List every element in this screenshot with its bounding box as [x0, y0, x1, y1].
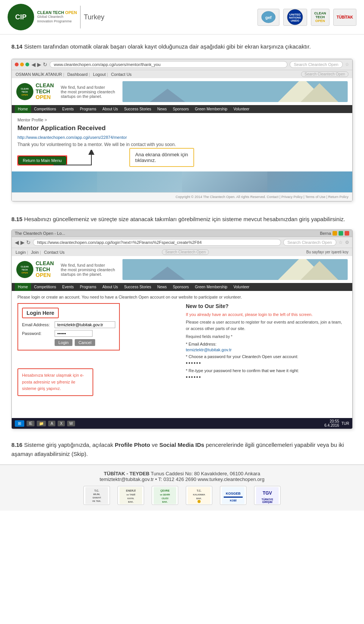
- section-815: 8.15 Hesabınızı güncellemeniz ve süreçte…: [0, 209, 364, 228]
- site-content-1: Mentor Profile > Mentor Application Rece…: [12, 113, 352, 171]
- browser-taskbar-icon[interactable]: IE: [27, 421, 35, 426]
- login-here-title: Login Here: [22, 308, 59, 318]
- site-topbar-links-1: OSMAN MALİK ATANUR Dashboard Logout Cont…: [16, 72, 132, 77]
- site-footer-1: Copyright © 2014 The Cleantech Open. All…: [12, 192, 352, 201]
- reload-icon-2[interactable]: ↻: [26, 239, 31, 245]
- bookmark-icon-1: ☆: [345, 62, 349, 67]
- topbar-logout[interactable]: Logout: [93, 72, 108, 77]
- svg-text:KOSGEB: KOSGEB: [226, 492, 241, 495]
- minimize-btn-2[interactable]: [333, 231, 337, 236]
- browser-url-1[interactable]: www.cleantechopen.com/app.cgi/users/ment…: [50, 61, 287, 68]
- new-site-warning: If you already have an account, please l…: [186, 312, 347, 317]
- svg-text:BAK.: BAK.: [196, 497, 202, 500]
- nav-programs-2[interactable]: Programs: [77, 283, 99, 291]
- svg-text:CİLİĞİ: CİLİĞİ: [162, 497, 168, 500]
- section-816-bold1: Profile Photo: [115, 442, 150, 448]
- bookmark-btn-2[interactable]: Bu sayfayı yer işareti koy: [306, 250, 348, 254]
- section-816-number: 8.16: [11, 442, 22, 448]
- nav-success-2[interactable]: Success Stories: [121, 283, 154, 291]
- topbar-contact[interactable]: Contact Us: [111, 72, 132, 77]
- section-814-text: Sistem tarafından otomatik olarak başarı…: [24, 43, 311, 50]
- nav-green-1[interactable]: Green Membership: [192, 105, 231, 113]
- nav-events-1[interactable]: Events: [59, 105, 77, 113]
- nav-green-2[interactable]: Green Membership: [192, 283, 231, 291]
- maximize-btn-2[interactable]: [339, 231, 343, 236]
- nav-about-1[interactable]: About Us: [99, 105, 121, 113]
- nav-programs-1[interactable]: Programs: [77, 105, 99, 113]
- cancel-button[interactable]: Cancel: [75, 339, 95, 346]
- nav-events-2[interactable]: Events: [59, 283, 77, 291]
- site-header-1: CLEAN TECH OPEN CLEAN TECH OPEN We find,…: [12, 78, 352, 105]
- close-btn-2[interactable]: [345, 231, 349, 236]
- login-left-panel: Login Here Email Address: Password: Logi…: [17, 303, 178, 380]
- svg-text:ve ŞEHİR: ve ŞEHİR: [160, 494, 170, 496]
- nav-competitions-2[interactable]: Competitions: [31, 283, 59, 291]
- back-icon-2[interactable]: ◀: [15, 239, 19, 245]
- nav-home-1[interactable]: Home: [15, 105, 31, 113]
- return-btn-area: Return to Main Menu Ana ekrana dönmek iç…: [17, 152, 194, 167]
- tubitak-contact: TÜBİTAK - TEYDEB Tunus Caddesi No: 80 Ka…: [8, 471, 356, 482]
- back-icon[interactable]: ◀: [31, 61, 36, 68]
- partner-logos: gef UNITED NATIONS UNIDO CLEAN TECH OPEN…: [257, 9, 356, 26]
- page-title-1: Mentor Application Received: [17, 124, 347, 132]
- close-btn-1[interactable]: [15, 63, 19, 66]
- forward-icon[interactable]: ▶: [37, 61, 41, 68]
- nav-success-1[interactable]: Success Stories: [121, 105, 154, 113]
- nav-sponsors-2[interactable]: Sponsors: [170, 283, 192, 291]
- annotation-arrow-1: [53, 150, 114, 173]
- nav-volunteer-1[interactable]: Volunteer: [231, 105, 253, 113]
- tubitak-sep: •: [155, 476, 158, 482]
- svg-text:gef: gef: [265, 15, 272, 20]
- minimize-btn-1[interactable]: [20, 63, 24, 66]
- taskbar-2: ⊞ IE 📁 A X W 20:55 6.4.2016 TUR: [12, 418, 352, 429]
- nav-competitions-1[interactable]: Competitions: [31, 105, 59, 113]
- browser-url-2[interactable]: https://www.cleantechopen.com/app.cgi/lo…: [33, 239, 281, 246]
- browser-search-2[interactable]: Search Cleantech Open: [283, 239, 336, 246]
- gef-logo: gef: [257, 9, 279, 26]
- password-label: Password:: [22, 331, 52, 336]
- explorer-taskbar-icon[interactable]: 📁: [37, 421, 46, 426]
- topbar-join-2[interactable]: Join: [31, 250, 41, 255]
- site-navbar-1: Home Competitions Events Programs About …: [12, 105, 352, 113]
- excel-taskbar-icon[interactable]: X: [58, 421, 65, 426]
- password-input[interactable]: [55, 330, 93, 337]
- word-taskbar-icon[interactable]: W: [67, 421, 75, 426]
- new-site-text: Please create a user account to register…: [186, 319, 347, 332]
- tech-label: TECH: [53, 10, 64, 15]
- taskbar-time: 20:55 6.4.2016: [325, 419, 339, 428]
- nav-about-2[interactable]: About Us: [99, 283, 121, 291]
- nav-news-1[interactable]: News: [154, 105, 170, 113]
- topbar-user: OSMAN MALİK ATANUR: [16, 72, 64, 77]
- email-input[interactable]: [55, 321, 115, 328]
- country-label: Turkey: [84, 13, 104, 21]
- tubitak-email: temiztektr@tubitak.gov.tr: [100, 476, 154, 482]
- unido-logo: UNITED NATIONS UNIDO: [283, 9, 307, 26]
- section-816: 8.16 Sisteme giriş yaptığınızda, açılaca…: [0, 435, 364, 464]
- reload-icon[interactable]: ↻: [43, 61, 47, 68]
- section-815-number: 8.15: [11, 216, 22, 222]
- browser-search-1[interactable]: Search Cleantech Open: [290, 61, 343, 68]
- nav-home-2[interactable]: Home: [15, 283, 31, 291]
- maximize-btn-1[interactable]: [25, 63, 29, 66]
- login-button[interactable]: Login: [55, 339, 72, 346]
- forward-icon-2[interactable]: ▶: [20, 239, 25, 245]
- section-814: 8.14 Sistem tarafından otomatik olarak b…: [0, 35, 364, 55]
- topbar-login-2[interactable]: Login: [16, 250, 28, 255]
- site-topbar-1: OSMAN MALİK ATANUR Dashboard Logout Cont…: [12, 70, 352, 78]
- site-topbar-links-2: Login Join Contact Us: [16, 250, 64, 255]
- acrobat-taskbar-icon[interactable]: A: [48, 421, 55, 426]
- login-red-border: Login Here Email Address: Password: Logi…: [17, 303, 120, 351]
- new-email-field: * Email Address: temiztektr@tubitak.gov.…: [186, 342, 347, 352]
- login-email-field: Email Address:: [22, 321, 115, 328]
- nav-news-2[interactable]: News: [154, 283, 170, 291]
- login-actions: Login Cancel: [55, 339, 115, 346]
- topbar-search[interactable]: Search Cleantech Open: [301, 71, 348, 77]
- topbar-dashboard[interactable]: Dashboard: [67, 72, 90, 77]
- nav-volunteer-2[interactable]: Volunteer: [231, 283, 253, 291]
- topbar-search-2[interactable]: Search Cleantech Open: [162, 249, 209, 255]
- site-navbar-2: Home Competitions Events Programs About …: [12, 283, 352, 291]
- start-btn[interactable]: ⊞: [15, 420, 24, 427]
- topbar-contact-2[interactable]: Contact Us: [44, 250, 64, 255]
- logo-enerji: ENERJİ ve TABİİ KAYN. BAK.: [118, 486, 144, 505]
- nav-sponsors-1[interactable]: Sponsors: [170, 105, 192, 113]
